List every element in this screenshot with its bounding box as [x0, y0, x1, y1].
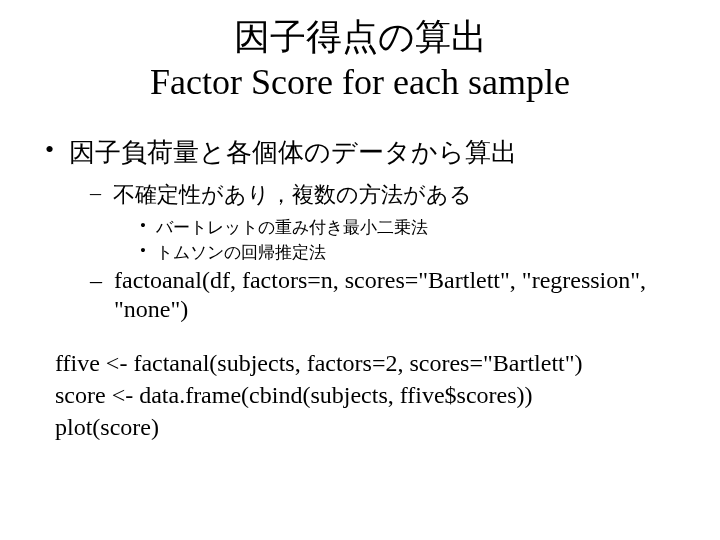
dash-marker: –	[90, 180, 101, 210]
bullet-text: バートレットの重み付き最小二乗法	[156, 216, 428, 239]
bullet-level-2-code: – factoanal(df, factors=n, scores="Bartl…	[90, 266, 685, 324]
bullet-marker: •	[140, 216, 146, 239]
title-line-2: Factor Score for each sample	[150, 62, 570, 102]
bullet-text: factoanal(df, factors=n, scores="Bartlet…	[114, 266, 685, 324]
bullet-text: トムソンの回帰推定法	[156, 241, 326, 264]
code-line: score <- data.frame(cbind(subjects, ffiv…	[55, 380, 685, 410]
bullet-level-2: – 不確定性があり，複数の方法がある	[90, 180, 685, 210]
title-line-1: 因子得点の算出	[234, 17, 487, 57]
dash-marker: –	[90, 266, 102, 324]
bullet-marker: •	[140, 241, 146, 264]
bullet-text: 不確定性があり，複数の方法がある	[113, 180, 472, 210]
bullet-level-1: • 因子負荷量と各個体のデータから算出	[45, 135, 685, 170]
code-line: ffive <- factanal(subjects, factors=2, s…	[55, 348, 685, 378]
code-block: ffive <- factanal(subjects, factors=2, s…	[55, 348, 685, 442]
bullet-marker: •	[45, 135, 54, 170]
bullet-level-3: • バートレットの重み付き最小二乗法	[140, 216, 685, 239]
code-line: plot(score)	[55, 412, 685, 442]
bullet-text: 因子負荷量と各個体のデータから算出	[69, 135, 517, 170]
bullet-level-3: • トムソンの回帰推定法	[140, 241, 685, 264]
slide-title: 因子得点の算出 Factor Score for each sample	[35, 15, 685, 105]
